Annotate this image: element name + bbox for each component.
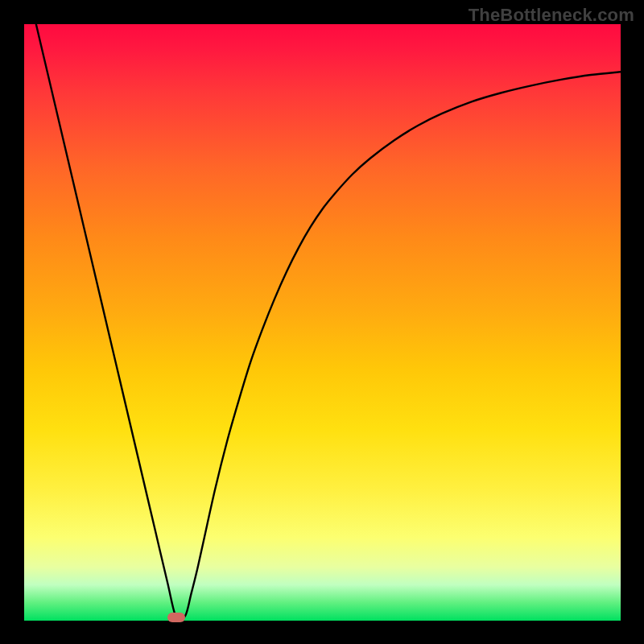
minimum-marker: [167, 613, 185, 622]
bottleneck-curve-path: [36, 24, 621, 621]
chart-svg: [24, 24, 621, 621]
watermark-text: TheBottleneck.com: [469, 5, 634, 26]
